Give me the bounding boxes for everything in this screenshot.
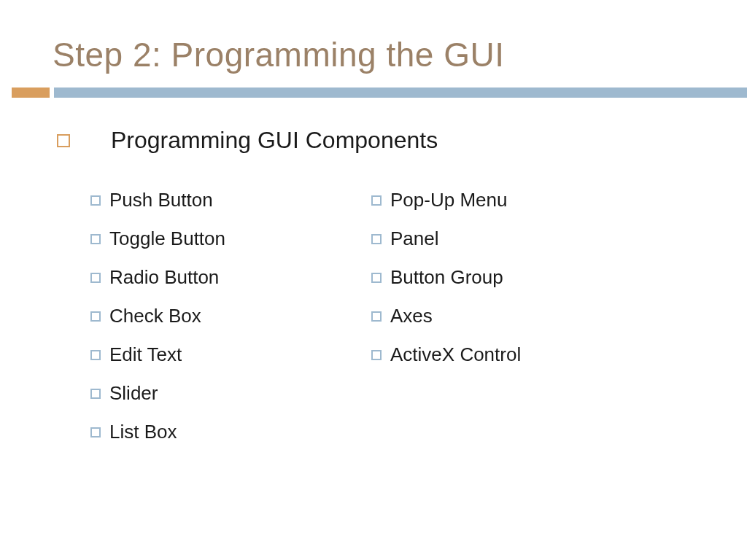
list-item: List Box	[90, 421, 225, 443]
list-item: Button Group	[371, 266, 521, 289]
subtitle-text: Programming GUI Components	[111, 127, 438, 154]
bullet-small-icon	[371, 311, 382, 322]
bullet-small-icon	[90, 273, 101, 283]
list-item: Panel	[371, 228, 521, 250]
bullet-small-icon	[371, 234, 382, 244]
bullet-small-icon	[90, 350, 101, 360]
item-label: Slider	[109, 382, 158, 405]
item-label: Pop-Up Menu	[390, 189, 507, 211]
accent-orange-block	[12, 88, 50, 98]
item-label: Radio Button	[109, 266, 219, 289]
accent-blue-block	[54, 88, 747, 98]
bullet-small-icon	[90, 195, 101, 206]
list-item: Push Button	[90, 189, 225, 211]
item-label: ActiveX Control	[390, 343, 521, 366]
bullet-small-icon	[90, 427, 101, 438]
item-label: Axes	[390, 305, 433, 327]
item-label: Check Box	[109, 305, 201, 327]
list-item: Edit Text	[90, 343, 225, 366]
bullet-small-icon	[371, 350, 382, 360]
list-item: Axes	[371, 305, 521, 327]
list-item: Slider	[90, 382, 225, 405]
slide-title: Step 2: Programming the GUI	[0, 0, 747, 88]
list-item: Radio Button	[90, 266, 225, 289]
bullet-small-icon	[90, 311, 101, 322]
item-label: Edit Text	[109, 343, 182, 366]
item-label: List Box	[109, 421, 177, 443]
list-item: Pop-Up Menu	[371, 189, 521, 211]
item-label: Panel	[390, 228, 439, 250]
list-item: Toggle Button	[90, 228, 225, 250]
subtitle-row: Programming GUI Components	[57, 127, 747, 154]
bullet-small-icon	[90, 234, 101, 244]
list-item: Check Box	[90, 305, 225, 327]
right-column: Pop-Up Menu Panel Button Group Axes Acti…	[371, 189, 521, 443]
item-label: Toggle Button	[109, 228, 225, 250]
item-label: Push Button	[109, 189, 213, 211]
bullet-small-icon	[90, 389, 101, 399]
columns-container: Push Button Toggle Button Radio Button C…	[90, 189, 747, 443]
bullet-small-icon	[371, 273, 382, 283]
accent-bar	[12, 88, 747, 98]
bullet-large-icon	[57, 134, 70, 147]
left-column: Push Button Toggle Button Radio Button C…	[90, 189, 225, 443]
list-item: ActiveX Control	[371, 343, 521, 366]
bullet-small-icon	[371, 195, 382, 206]
item-label: Button Group	[390, 266, 503, 289]
